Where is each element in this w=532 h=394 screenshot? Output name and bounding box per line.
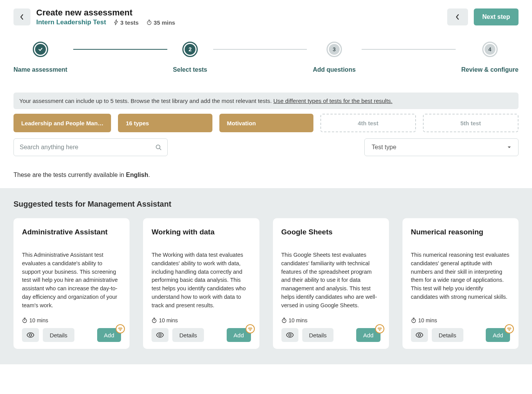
svg-point-9 [418,334,421,336]
test-card: Numerical reasoning This numerical reaso… [402,218,519,349]
details-button[interactable]: Details [302,328,334,342]
caret-down-icon [507,146,511,148]
diamond-icon [248,327,253,331]
test-slots: Leadership and People Man… 16 types Moti… [13,114,519,132]
card-duration: 10 mins [411,317,510,323]
card-description: This Google Sheets test evaluates candid… [281,251,380,310]
chevron-left-icon [20,14,24,20]
eye-icon [286,332,294,338]
chevron-left-icon [456,14,460,20]
eye-icon [416,332,423,338]
details-button[interactable]: Details [432,328,463,342]
check-icon [38,47,43,52]
step-review-configure[interactable]: 4 Review & configure [461,42,519,73]
premium-badge [116,324,125,333]
step-connector [73,49,167,50]
test-slot-5[interactable]: 5th test [423,114,519,132]
step-connector [362,49,456,50]
card-description: This Administrative Assistant test evalu… [22,251,121,310]
add-button[interactable]: Add [356,328,380,342]
step-name-assessment[interactable]: Name assessment [13,42,67,73]
add-button[interactable]: Add [486,328,510,342]
timer-icon [411,318,416,323]
premium-badge [505,324,514,333]
svg-point-3 [29,334,32,336]
diamond-icon [377,327,382,331]
next-step-button[interactable]: Next step [474,8,519,25]
tests-count: 3 tests [114,19,139,26]
details-button[interactable]: Details [43,328,74,342]
card-title: Working with data [152,228,251,251]
test-slot-1[interactable]: Leadership and People Man… [13,114,111,132]
search-box[interactable] [13,138,168,156]
card-title: Numerical reasoning [411,228,510,251]
step-add-questions[interactable]: 3 Add questions [313,42,355,73]
premium-badge [375,324,384,333]
card-title: Administrative Assistant [22,228,121,251]
add-button[interactable]: Add [97,328,121,342]
prev-step-button[interactable] [447,8,468,25]
duration: 35 mins [146,19,175,26]
search-icon [155,144,162,150]
eye-icon [156,332,164,338]
premium-badge [246,324,255,333]
lightning-icon [114,19,118,25]
language-note: These are the tests currently available … [13,172,519,178]
preview-button[interactable] [22,328,39,342]
eye-icon [27,332,34,338]
svg-point-1 [156,145,160,149]
add-button[interactable]: Add [227,328,251,342]
test-slot-4[interactable]: 4th test [320,114,416,132]
page-title: Create new assessment [36,8,441,18]
card-duration: 10 mins [152,317,251,323]
header: Create new assessment Intern Leadership … [13,8,519,26]
card-title: Google Sheets [281,228,380,251]
test-card: Administrative Assistant This Administra… [13,218,130,349]
suggested-title: Suggested tests for Management Assistant [13,200,519,209]
preview-button[interactable] [281,328,298,342]
card-description: This numerical reasoning test evaluates … [411,251,510,310]
back-button[interactable] [13,8,30,25]
info-link[interactable]: Use different types of tests for the bes… [273,98,392,104]
test-slot-2[interactable]: 16 types [118,114,212,132]
card-description: The Working with data test evaluates can… [152,251,251,310]
info-banner: Your assessment can include up to 5 test… [13,93,519,109]
timer-icon [146,20,152,25]
card-duration: 10 mins [281,317,380,323]
diamond-icon [507,327,512,331]
timer-icon [22,318,27,323]
timer-icon [281,318,287,323]
assessment-name: Intern Leadership Test [36,19,106,26]
preview-button[interactable] [152,328,168,342]
test-type-dropdown[interactable]: Test type [364,138,519,156]
test-card: Google Sheets This Google Sheets test ev… [273,218,389,349]
test-slot-3[interactable]: Motivation [219,114,313,132]
step-connector [213,49,307,50]
diamond-icon [118,327,123,331]
step-select-tests[interactable]: 2 Select tests [173,42,207,73]
svg-point-5 [159,334,161,336]
search-input[interactable] [20,144,155,151]
test-card: Working with data The Working with data … [143,218,259,349]
timer-icon [152,318,157,323]
preview-button[interactable] [411,328,428,342]
details-button[interactable]: Details [172,328,204,342]
svg-point-7 [289,334,291,336]
stepper: Name assessment 2 Select tests 3 Add que… [13,42,519,73]
card-duration: 10 mins [22,317,121,323]
